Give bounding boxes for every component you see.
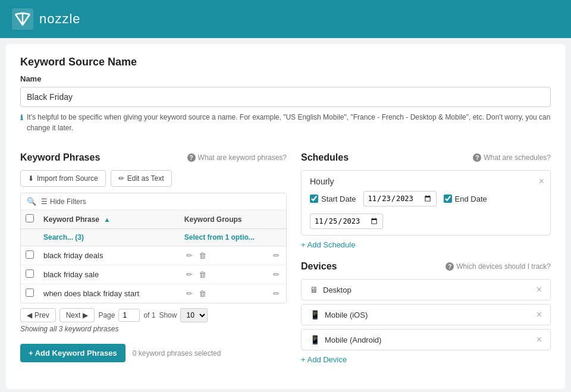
- sort-icon: ▲: [103, 216, 110, 223]
- schedules-header: Schedules ? What are schedules?: [301, 152, 551, 163]
- prev-button[interactable]: ◀ Prev: [20, 308, 56, 322]
- table-search-row: 🔍 ☰ Hide Filters: [21, 193, 286, 210]
- desktop-icon: 🖥: [310, 285, 318, 294]
- end-date-input[interactable]: [310, 214, 383, 229]
- schedule-card: × Hourly Start Date End Date: [301, 170, 551, 236]
- two-col-layout: Keyword Phrases ? What are keyword phras…: [20, 152, 551, 364]
- device-name-desktop: 🖥 Desktop: [310, 285, 352, 294]
- edit-as-text-button[interactable]: ✏ Edit as Text: [111, 170, 172, 187]
- schedule-close-button[interactable]: ×: [539, 177, 544, 186]
- edit-phrase-3-button[interactable]: ✏: [184, 288, 194, 299]
- kp-toolbar: ⬇ Import from Source ✏ Edit as Text: [20, 170, 287, 187]
- start-date-input[interactable]: [363, 191, 437, 206]
- hint-text: ℹ It's helpful to be specific when givin…: [20, 112, 551, 133]
- phrase-cell-3: when does black friday start: [39, 284, 180, 303]
- col-checkbox-header: [21, 210, 39, 229]
- col-groups-select[interactable]: Select from 1 optio...: [180, 229, 286, 246]
- show-label: Show: [159, 311, 177, 319]
- info-icon: ℹ: [20, 112, 23, 133]
- prev-arrow-icon: ◀: [27, 311, 32, 319]
- table-row: black friday deals ✏ 🗑 ✏: [21, 246, 286, 265]
- device-card-ios: 📱 Mobile (iOS) ×: [301, 304, 551, 325]
- table-row: black friday sale ✏ 🗑 ✏: [21, 265, 286, 284]
- selected-count: 0 keyword phrases selected: [133, 349, 221, 357]
- schedule-name: Hourly: [310, 177, 542, 186]
- next-arrow-icon: ▶: [83, 311, 88, 319]
- add-device-button[interactable]: + Add Device: [301, 355, 347, 364]
- remove-desktop-button[interactable]: ×: [537, 285, 542, 294]
- row-checkbox-2[interactable]: [26, 269, 34, 278]
- device-card-android: 📱 Mobile (Android) ×: [301, 329, 551, 350]
- device-name-ios: 📱 Mobile (iOS): [310, 310, 368, 319]
- keyword-table-container: 🔍 ☰ Hide Filters Keyword Phrase ▲: [20, 193, 287, 303]
- devices-help-icon: ?: [445, 262, 454, 271]
- hide-filters-button[interactable]: ☰ Hide Filters: [41, 197, 86, 206]
- col-phrase-search[interactable]: Search... (3): [39, 229, 180, 246]
- phrase-cell-2: black friday sale: [39, 265, 180, 284]
- groups-cell-1: ✏ 🗑 ✏: [180, 246, 286, 265]
- edit-phrase-2-button[interactable]: ✏: [184, 269, 194, 280]
- pagination-row: ◀ Prev Next ▶ Page of 1 Show 10 25 50: [20, 308, 287, 322]
- edit-group-2-button[interactable]: ✏: [271, 269, 281, 280]
- col-checkbox-search: [21, 229, 39, 246]
- app-header: nozzle: [0, 0, 571, 38]
- schedules-title: Schedules: [301, 152, 349, 163]
- name-label: Name: [20, 74, 551, 83]
- search-icon: 🔍: [27, 197, 36, 206]
- kp-section-header: Keyword Phrases ? What are keyword phras…: [20, 152, 287, 163]
- add-keyword-row: + Add Keyword Phrases 0 keyword phrases …: [20, 338, 287, 362]
- schedules-help-link[interactable]: ? What are schedules?: [473, 153, 551, 162]
- mobile-ios-icon: 📱: [310, 310, 320, 319]
- kp-help-link[interactable]: ? What are keyword phrases?: [187, 153, 287, 162]
- filter-icon: ☰: [41, 197, 48, 206]
- end-date-field: End Date: [444, 195, 487, 203]
- start-date-field: Start Date: [310, 195, 356, 203]
- mobile-android-icon: 📱: [310, 335, 320, 344]
- devices-title: Devices: [301, 261, 337, 272]
- right-column: Schedules ? What are schedules? × Hourly…: [301, 152, 551, 364]
- of-label: of 1: [143, 311, 155, 319]
- name-input[interactable]: [20, 87, 551, 107]
- add-keyword-phrases-button[interactable]: + Add Keyword Phrases: [20, 344, 126, 362]
- keyword-source-name-section: Keyword Source Name Name ℹ It's helpful …: [20, 56, 551, 133]
- devices-header: Devices ? Which devices should I track?: [301, 261, 551, 272]
- row-checkbox-3[interactable]: [26, 288, 34, 297]
- schedules-help-icon: ?: [473, 153, 481, 162]
- edit-group-1-button[interactable]: ✏: [271, 250, 281, 261]
- end-date-checkbox[interactable]: [444, 195, 452, 203]
- download-icon: ⬇: [28, 174, 34, 183]
- devices-help-link[interactable]: ? Which devices should I track?: [445, 262, 551, 271]
- device-card-desktop: 🖥 Desktop ×: [301, 279, 551, 300]
- keyword-table: Keyword Phrase ▲ Keyword Groups Search..…: [21, 210, 286, 303]
- import-from-source-button[interactable]: ⬇ Import from Source: [20, 170, 106, 187]
- remove-android-button[interactable]: ×: [537, 335, 542, 344]
- schedules-section: Schedules ? What are schedules? × Hourly…: [301, 152, 551, 249]
- select-all-checkbox[interactable]: [26, 214, 34, 222]
- showing-text: Showing all 3 keyword phrases: [20, 325, 287, 333]
- row-checkbox-1[interactable]: [26, 250, 34, 259]
- edit-phrase-1-button[interactable]: ✏: [184, 250, 194, 261]
- next-button[interactable]: Next ▶: [59, 308, 95, 322]
- remove-ios-button[interactable]: ×: [537, 310, 542, 319]
- add-schedule-button[interactable]: + Add Schedule: [301, 240, 355, 249]
- page-number-input[interactable]: [118, 309, 140, 322]
- show-count-select[interactable]: 10 25 50: [180, 308, 208, 322]
- delete-phrase-1-button[interactable]: 🗑: [197, 250, 208, 261]
- start-date-checkbox[interactable]: [310, 195, 318, 203]
- page-label: Page: [98, 311, 115, 319]
- col-groups-header: Keyword Groups: [180, 210, 286, 229]
- edit-group-3-button[interactable]: ✏: [271, 288, 281, 299]
- delete-phrase-3-button[interactable]: 🗑: [197, 288, 208, 299]
- keyword-phrases-section: Keyword Phrases ? What are keyword phras…: [20, 152, 287, 364]
- table-row: when does black friday start ✏ 🗑 ✏: [21, 284, 286, 303]
- logo-text: nozzle: [39, 11, 81, 27]
- phrase-cell-1: black friday deals: [39, 246, 180, 265]
- delete-phrase-2-button[interactable]: 🗑: [197, 269, 208, 280]
- kp-help-icon: ?: [187, 153, 196, 162]
- page-title: Keyword Source Name: [20, 56, 551, 68]
- edit-icon: ✏: [118, 174, 124, 183]
- col-phrase-header: Keyword Phrase ▲: [39, 210, 180, 229]
- main-content: Keyword Source Name Name ℹ It's helpful …: [6, 44, 565, 389]
- logo-icon: [12, 8, 33, 30]
- kp-title: Keyword Phrases: [20, 152, 100, 163]
